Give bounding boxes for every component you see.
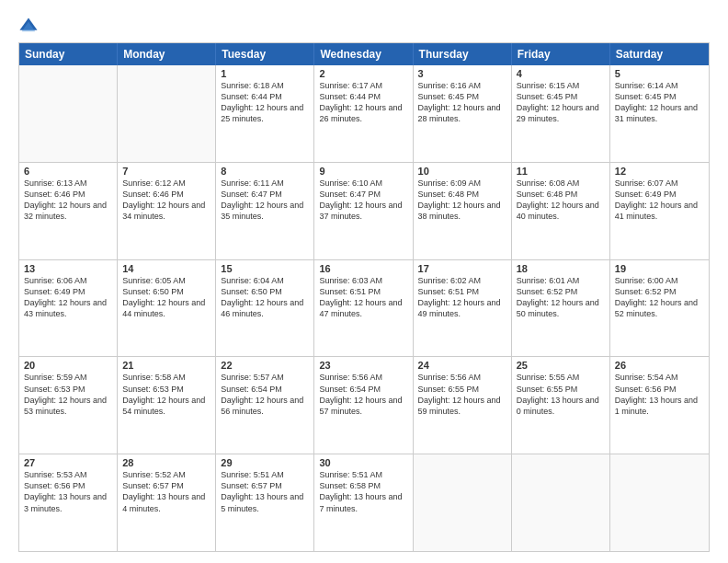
day-number: 23 <box>319 360 407 371</box>
day-info: Sunrise: 6:14 AM Sunset: 6:45 PM Dayligh… <box>615 80 704 125</box>
calendar-cell: 24Sunrise: 5:56 AM Sunset: 6:55 PM Dayli… <box>414 357 512 454</box>
day-number: 10 <box>418 166 506 177</box>
calendar-cell: 18Sunrise: 6:01 AM Sunset: 6:52 PM Dayli… <box>512 260 610 357</box>
header-day-friday: Friday <box>512 43 610 65</box>
day-number: 7 <box>122 166 210 177</box>
calendar-cell: 17Sunrise: 6:02 AM Sunset: 6:51 PM Dayli… <box>414 260 512 357</box>
day-number: 6 <box>24 166 112 177</box>
day-info: Sunrise: 6:06 AM Sunset: 6:49 PM Dayligh… <box>24 275 112 320</box>
day-info: Sunrise: 6:09 AM Sunset: 6:48 PM Dayligh… <box>418 178 506 223</box>
day-number: 12 <box>615 166 704 177</box>
calendar-cell: 28Sunrise: 5:52 AM Sunset: 6:57 PM Dayli… <box>118 454 216 551</box>
day-number: 19 <box>615 263 704 274</box>
day-info: Sunrise: 5:56 AM Sunset: 6:54 PM Dayligh… <box>319 372 407 417</box>
day-info: Sunrise: 5:58 AM Sunset: 6:53 PM Dayligh… <box>122 372 210 417</box>
calendar-cell: 16Sunrise: 6:03 AM Sunset: 6:51 PM Dayli… <box>314 260 413 357</box>
calendar-cell: 25Sunrise: 5:55 AM Sunset: 6:55 PM Dayli… <box>512 357 610 454</box>
calendar-cell <box>414 454 512 551</box>
calendar-cell <box>512 454 610 551</box>
day-number: 14 <box>122 263 210 274</box>
calendar-cell: 19Sunrise: 6:00 AM Sunset: 6:52 PM Dayli… <box>610 260 709 357</box>
day-info: Sunrise: 6:15 AM Sunset: 6:45 PM Dayligh… <box>517 80 605 125</box>
day-number: 2 <box>319 68 407 79</box>
day-number: 24 <box>418 360 506 371</box>
header-day-tuesday: Tuesday <box>216 43 314 65</box>
day-info: Sunrise: 5:51 AM Sunset: 6:57 PM Dayligh… <box>221 469 309 514</box>
calendar-body: 1Sunrise: 6:18 AM Sunset: 6:44 PM Daylig… <box>19 65 709 551</box>
page: SundayMondayTuesdayWednesdayThursdayFrid… <box>0 0 728 563</box>
day-info: Sunrise: 5:52 AM Sunset: 6:57 PM Dayligh… <box>122 469 210 514</box>
calendar-cell: 30Sunrise: 5:51 AM Sunset: 6:58 PM Dayli… <box>314 454 413 551</box>
header-day-monday: Monday <box>118 43 216 65</box>
calendar-cell <box>19 65 118 162</box>
day-number: 18 <box>517 263 605 274</box>
day-info: Sunrise: 6:01 AM Sunset: 6:52 PM Dayligh… <box>517 275 605 320</box>
calendar-row-1: 6Sunrise: 6:13 AM Sunset: 6:46 PM Daylig… <box>19 163 709 260</box>
header-day-sunday: Sunday <box>19 43 118 65</box>
calendar-cell: 3Sunrise: 6:16 AM Sunset: 6:45 PM Daylig… <box>414 65 512 162</box>
calendar-cell <box>118 65 216 162</box>
day-number: 13 <box>24 263 112 274</box>
calendar-cell: 27Sunrise: 5:53 AM Sunset: 6:56 PM Dayli… <box>19 454 118 551</box>
day-info: Sunrise: 6:11 AM Sunset: 6:47 PM Dayligh… <box>221 178 309 223</box>
day-info: Sunrise: 6:00 AM Sunset: 6:52 PM Dayligh… <box>615 275 704 320</box>
day-number: 17 <box>418 263 506 274</box>
header-day-saturday: Saturday <box>610 43 709 65</box>
day-info: Sunrise: 5:59 AM Sunset: 6:53 PM Dayligh… <box>24 372 112 417</box>
day-info: Sunrise: 6:18 AM Sunset: 6:44 PM Dayligh… <box>221 80 309 125</box>
header-day-wednesday: Wednesday <box>314 43 413 65</box>
day-number: 15 <box>221 263 309 274</box>
day-number: 16 <box>319 263 407 274</box>
day-info: Sunrise: 6:05 AM Sunset: 6:50 PM Dayligh… <box>122 275 210 320</box>
calendar-cell: 8Sunrise: 6:11 AM Sunset: 6:47 PM Daylig… <box>216 163 314 259</box>
calendar-cell: 12Sunrise: 6:07 AM Sunset: 6:49 PM Dayli… <box>610 163 709 259</box>
day-info: Sunrise: 6:07 AM Sunset: 6:49 PM Dayligh… <box>615 178 704 223</box>
day-info: Sunrise: 5:57 AM Sunset: 6:54 PM Dayligh… <box>221 372 309 417</box>
day-number: 5 <box>615 68 704 79</box>
day-info: Sunrise: 6:16 AM Sunset: 6:45 PM Dayligh… <box>418 80 506 125</box>
calendar-cell: 11Sunrise: 6:08 AM Sunset: 6:48 PM Dayli… <box>512 163 610 259</box>
day-number: 11 <box>517 166 605 177</box>
calendar-cell: 10Sunrise: 6:09 AM Sunset: 6:48 PM Dayli… <box>414 163 512 259</box>
day-info: Sunrise: 6:10 AM Sunset: 6:47 PM Dayligh… <box>319 178 407 223</box>
day-info: Sunrise: 6:13 AM Sunset: 6:46 PM Dayligh… <box>24 178 112 223</box>
header-day-thursday: Thursday <box>414 43 512 65</box>
calendar-cell: 4Sunrise: 6:15 AM Sunset: 6:45 PM Daylig… <box>512 65 610 162</box>
calendar-cell: 13Sunrise: 6:06 AM Sunset: 6:49 PM Dayli… <box>19 260 118 357</box>
calendar-row-2: 13Sunrise: 6:06 AM Sunset: 6:49 PM Dayli… <box>19 260 709 358</box>
logo-icon <box>18 17 39 37</box>
calendar-cell: 1Sunrise: 6:18 AM Sunset: 6:44 PM Daylig… <box>216 65 314 162</box>
day-info: Sunrise: 6:04 AM Sunset: 6:50 PM Dayligh… <box>221 275 309 320</box>
calendar-row-4: 27Sunrise: 5:53 AM Sunset: 6:56 PM Dayli… <box>19 454 709 551</box>
day-number: 25 <box>517 360 605 371</box>
day-number: 30 <box>319 457 407 468</box>
day-number: 28 <box>122 457 210 468</box>
header <box>18 17 710 37</box>
day-info: Sunrise: 5:51 AM Sunset: 6:58 PM Dayligh… <box>319 469 407 514</box>
calendar-cell: 14Sunrise: 6:05 AM Sunset: 6:50 PM Dayli… <box>118 260 216 357</box>
day-number: 22 <box>221 360 309 371</box>
calendar-row-3: 20Sunrise: 5:59 AM Sunset: 6:53 PM Dayli… <box>19 357 709 454</box>
day-info: Sunrise: 5:53 AM Sunset: 6:56 PM Dayligh… <box>24 469 112 514</box>
calendar-cell: 15Sunrise: 6:04 AM Sunset: 6:50 PM Dayli… <box>216 260 314 357</box>
day-info: Sunrise: 6:08 AM Sunset: 6:48 PM Dayligh… <box>517 178 605 223</box>
day-info: Sunrise: 5:56 AM Sunset: 6:55 PM Dayligh… <box>418 372 506 417</box>
day-info: Sunrise: 6:02 AM Sunset: 6:51 PM Dayligh… <box>418 275 506 320</box>
day-info: Sunrise: 6:17 AM Sunset: 6:44 PM Dayligh… <box>319 80 407 125</box>
calendar-cell: 2Sunrise: 6:17 AM Sunset: 6:44 PM Daylig… <box>314 65 413 162</box>
calendar-cell: 5Sunrise: 6:14 AM Sunset: 6:45 PM Daylig… <box>610 65 709 162</box>
day-number: 20 <box>24 360 112 371</box>
calendar-cell: 9Sunrise: 6:10 AM Sunset: 6:47 PM Daylig… <box>314 163 413 259</box>
calendar-row-0: 1Sunrise: 6:18 AM Sunset: 6:44 PM Daylig… <box>19 65 709 163</box>
calendar-header: SundayMondayTuesdayWednesdayThursdayFrid… <box>19 43 709 65</box>
calendar-cell: 21Sunrise: 5:58 AM Sunset: 6:53 PM Dayli… <box>118 357 216 454</box>
calendar-cell: 29Sunrise: 5:51 AM Sunset: 6:57 PM Dayli… <box>216 454 314 551</box>
calendar-cell: 22Sunrise: 5:57 AM Sunset: 6:54 PM Dayli… <box>216 357 314 454</box>
calendar-cell: 7Sunrise: 6:12 AM Sunset: 6:46 PM Daylig… <box>118 163 216 259</box>
day-info: Sunrise: 6:12 AM Sunset: 6:46 PM Dayligh… <box>122 178 210 223</box>
day-number: 3 <box>418 68 506 79</box>
calendar: SundayMondayTuesdayWednesdayThursdayFrid… <box>18 42 710 552</box>
day-number: 9 <box>319 166 407 177</box>
day-number: 8 <box>221 166 309 177</box>
calendar-cell: 6Sunrise: 6:13 AM Sunset: 6:46 PM Daylig… <box>19 163 118 259</box>
